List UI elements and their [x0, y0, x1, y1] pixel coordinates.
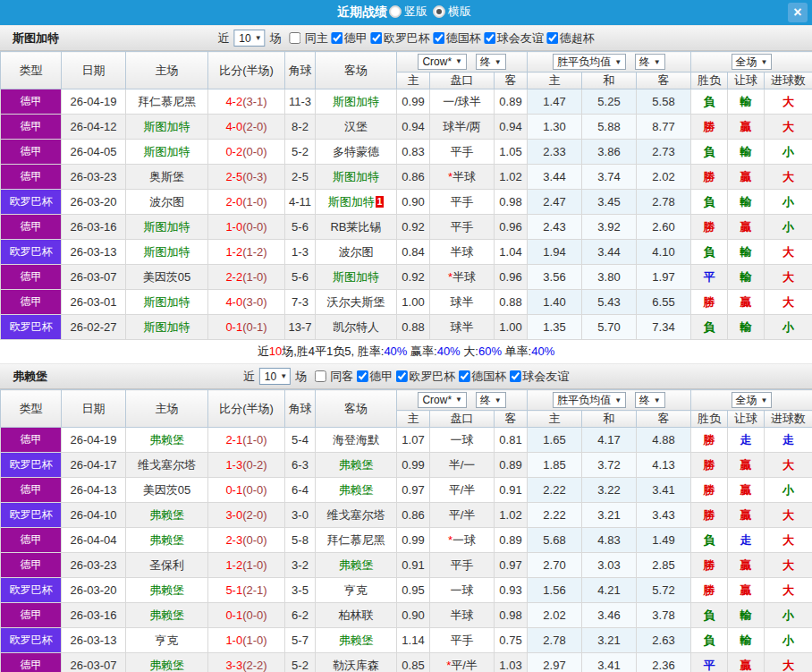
avg-home-odds: 1.40: [528, 290, 582, 315]
match-score: 1-2(1-2): [208, 240, 285, 265]
same-venue-checkbox[interactable]: [315, 370, 326, 382]
home-team: 波尔图: [126, 190, 208, 215]
scope-value: 全场: [736, 55, 757, 70]
half-time-score: (2-0): [242, 120, 266, 133]
odds-time-select[interactable]: 终▼: [476, 392, 506, 408]
avg-draw-odds: 3.22: [582, 478, 637, 503]
col-header-score: 比分(半场): [208, 52, 285, 89]
handicap-text: 平/半: [451, 659, 478, 672]
home-odds: 0.94: [397, 115, 430, 140]
away-odds: 1.02: [495, 165, 528, 190]
avg-group-header: 胜平负均值▼ 终▼: [528, 390, 691, 411]
avg-time-select[interactable]: 终▼: [635, 54, 665, 70]
full-time-score: 0-2: [225, 145, 242, 158]
half-time-score: (0-1): [242, 320, 266, 334]
result-handicap: 輸: [728, 89, 765, 115]
league-filter-checkbox[interactable]: [510, 370, 521, 382]
home-team: 美因茨05: [126, 478, 208, 503]
handicap-line: 平/半: [430, 503, 495, 528]
odds-time-value: 终: [480, 393, 491, 408]
match-date: 26-03-07: [62, 265, 126, 290]
half-time-score: (0-2): [242, 458, 266, 472]
match-row: 德甲26-03-23奥斯堡2-5(0-3)2-5斯图加特0.86*半球1.023…: [1, 165, 812, 190]
league-filter-checkbox[interactable]: [332, 32, 343, 44]
away-team: 斯图加特: [316, 89, 397, 115]
avg-away-odds: 6.55: [637, 290, 691, 315]
away-team: 维戈塞尔塔: [316, 503, 397, 528]
avg-draw-odds: 3.41: [582, 653, 637, 672]
home-team: 弗赖堡: [126, 528, 208, 553]
away-team-name: 斯图加特: [328, 195, 375, 208]
league-filter-label: 德超杯: [560, 30, 595, 47]
layout-radio[interactable]: 横版: [433, 4, 475, 20]
league-filter-checkbox[interactable]: [547, 32, 559, 44]
avg-draw-odds: 3.92: [582, 215, 637, 240]
away-odds: 1.05: [495, 140, 528, 165]
away-odds: 0.89: [495, 453, 528, 478]
league-badge: 欧罗巴杯: [1, 240, 62, 265]
scope-select[interactable]: 全场▼: [732, 392, 773, 408]
avg-time-select[interactable]: 终▼: [635, 392, 665, 408]
odds-provider-select[interactable]: Crow*▼: [418, 54, 467, 70]
full-time-score: 2-5: [225, 170, 242, 183]
handicap-line: 平手: [430, 215, 495, 240]
away-odds: 0.96: [495, 265, 528, 290]
result-outcome: 平: [691, 265, 728, 290]
sub-header-outcome: 胜负: [691, 411, 728, 428]
league-filter-checkbox[interactable]: [459, 370, 470, 382]
summary-text: 场,胜4平1负5, 胜率:: [282, 345, 384, 358]
match-row: 德甲26-03-16斯图加特1-0(0-0)5-6RB莱比锡0.92平手0.96…: [1, 215, 812, 240]
away-team: 沃尔夫斯堡: [316, 290, 397, 315]
avg-away-odds: 2.02: [637, 165, 691, 190]
match-date: 26-03-20: [62, 190, 126, 215]
handicap-line: 半球: [430, 240, 495, 265]
full-time-score: 0-1: [225, 483, 242, 497]
result-outcome: 勝: [691, 503, 728, 528]
odds-provider-select[interactable]: Crow*▼: [418, 392, 467, 408]
avg-away-odds: 1.97: [637, 265, 691, 290]
close-button[interactable]: ×: [788, 3, 808, 22]
result-outcome: 負: [691, 603, 728, 628]
scope-select[interactable]: 全场▼: [732, 54, 773, 70]
match-row: 德甲26-03-23圣保利1-2(1-0)3-2弗赖堡0.91平手0.972.7…: [1, 553, 812, 578]
result-outcome: 勝: [691, 115, 728, 140]
layout-radio[interactable]: 竖版: [389, 4, 431, 20]
full-time-score: 2-2: [225, 270, 242, 284]
corner-count: 5-6: [285, 215, 316, 240]
league-filter-checkbox[interactable]: [434, 32, 445, 44]
team-title: 弗赖堡: [13, 364, 47, 388]
result-handicap: 輸: [728, 265, 765, 290]
avg-home-odds: 2.43: [528, 215, 582, 240]
home-odds: 1.07: [397, 428, 430, 453]
home-odds: 0.84: [397, 240, 430, 265]
summary-text: 40%: [531, 345, 554, 358]
home-team: 弗赖堡: [126, 603, 208, 628]
col-header-away: 客场: [316, 390, 397, 428]
avg-home-odds: 1.65: [528, 428, 582, 453]
result-goals: 大: [765, 290, 812, 315]
league-filter-checkbox[interactable]: [371, 32, 383, 44]
result-outcome: 勝: [691, 478, 728, 503]
match-row: 欧罗巴杯26-04-17维戈塞尔塔1-3(0-2)6-3弗赖堡0.99半/一0.…: [1, 453, 812, 478]
avg-draw-odds: 5.25: [582, 89, 637, 115]
league-filter-checkbox[interactable]: [396, 370, 408, 382]
league-filter-checkbox[interactable]: [357, 370, 368, 382]
odds-time-select[interactable]: 终▼: [476, 54, 506, 70]
games-count-select[interactable]: 10▼: [233, 30, 265, 47]
league-badge: 德甲: [1, 290, 62, 315]
away-team-name: 斯图加特: [333, 95, 379, 108]
avg-away-odds: 1.49: [637, 528, 691, 553]
home-team: 拜仁慕尼黑: [126, 89, 208, 115]
away-team: 汉堡: [316, 115, 397, 140]
home-team: 圣保利: [126, 553, 208, 578]
same-venue-checkbox[interactable]: [290, 32, 301, 44]
games-count-select[interactable]: 10▼: [259, 368, 291, 385]
result-handicap: 贏: [728, 578, 765, 603]
away-odds: 1.02: [495, 503, 528, 528]
avg-type-select[interactable]: 胜平负均值▼: [553, 54, 626, 70]
avg-draw-odds: 3.21: [582, 628, 637, 653]
avg-type-select[interactable]: 胜平负均值▼: [553, 392, 626, 408]
league-filter-checkbox[interactable]: [485, 32, 496, 44]
match-row: 欧罗巴杯26-03-13斯图加特1-2(1-2)1-3波尔图0.84半球1.04…: [1, 240, 812, 265]
result-handicap: 贏: [728, 553, 765, 578]
